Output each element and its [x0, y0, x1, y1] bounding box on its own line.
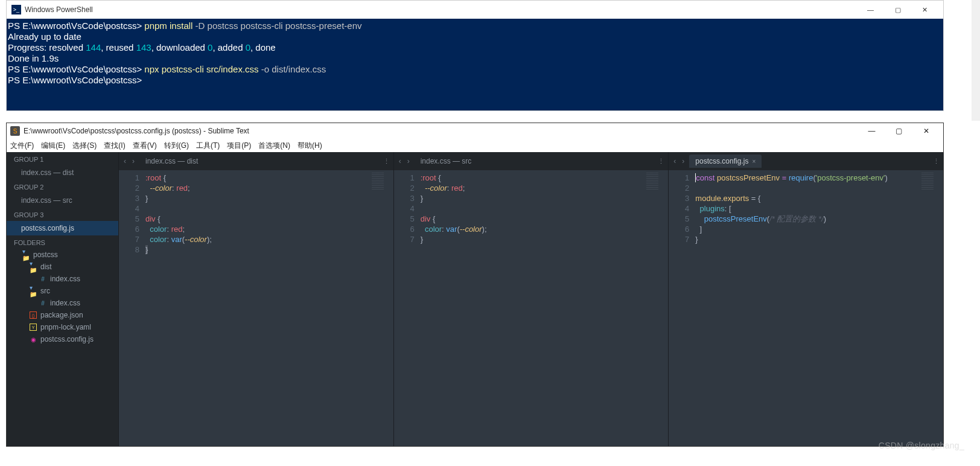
- tab-bar: ‹ › index.css — dist ⋮: [119, 152, 393, 170]
- menu-help[interactable]: 帮助(H): [298, 141, 322, 151]
- editor-pane-3: ‹ › postcss.config.js× ⋮ 1234567 const p…: [668, 152, 943, 446]
- sublime-titlebar[interactable]: S E:\wwwroot\VsCode\postcss\postcss.conf…: [7, 123, 943, 139]
- tab-more-icon[interactable]: ⋮: [933, 158, 940, 165]
- tab-more-icon[interactable]: ⋮: [658, 158, 664, 165]
- menu-project[interactable]: 项目(P): [227, 141, 251, 151]
- watermark: CSDN @slongzhang_: [879, 441, 964, 450]
- editor-pane-2: ‹ › index.css — src ⋮ 1234567 :root { --…: [393, 152, 669, 446]
- powershell-titlebar[interactable]: >_ Windows PowerShell — ▢ ✕: [7, 1, 943, 19]
- group-1-item[interactable]: index.css — dist: [7, 165, 118, 180]
- tab-index-dist[interactable]: index.css — dist: [139, 155, 204, 168]
- sublime-window: S E:\wwwroot\VsCode\postcss\postcss.conf…: [6, 123, 944, 447]
- menu-view[interactable]: 查看(V): [133, 141, 157, 151]
- minimize-button[interactable]: —: [857, 1, 884, 19]
- sidebar: GROUP 1 index.css — dist GROUP 2 index.c…: [7, 152, 118, 446]
- folder-icon: ▾📁: [30, 287, 37, 295]
- nav-back-icon[interactable]: ‹: [122, 157, 127, 165]
- file-dist-indexcss[interactable]: #index.css: [7, 273, 118, 285]
- folders-header: FOLDERS: [7, 235, 118, 249]
- group-2-header: GROUP 2: [7, 180, 118, 193]
- tab-index-src[interactable]: index.css — src: [415, 155, 478, 168]
- line-gutter: 12345678: [119, 170, 145, 446]
- file-pnpmlock[interactable]: Ypnpm-lock.yaml: [7, 321, 118, 333]
- nav-forward-icon[interactable]: ›: [681, 157, 686, 165]
- menu-prefs[interactable]: 首选项(N): [258, 141, 290, 151]
- minimap[interactable]: [644, 170, 668, 446]
- js-icon: ◉: [30, 336, 37, 343]
- yaml-icon: Y: [30, 324, 37, 331]
- minimap[interactable]: [369, 170, 393, 446]
- group-3-item[interactable]: postcss.config.js: [7, 221, 118, 235]
- tab-close-icon[interactable]: ×: [752, 158, 756, 165]
- close-button[interactable]: ✕: [911, 1, 938, 19]
- menu-select[interactable]: 选择(S): [72, 141, 97, 151]
- folder-src[interactable]: ▾📁src: [7, 285, 118, 297]
- powershell-title: Windows PowerShell: [25, 5, 93, 14]
- powershell-icon: >_: [11, 5, 21, 14]
- folder-postcss[interactable]: ▾📁postcss: [7, 249, 118, 261]
- maximize-button[interactable]: ▢: [884, 1, 911, 19]
- tab-more-icon[interactable]: ⋮: [383, 158, 390, 165]
- powershell-window: >_ Windows PowerShell — ▢ ✕ PS E:\wwwroo…: [6, 0, 944, 111]
- tab-bar: ‹ › index.css — src ⋮: [394, 152, 669, 170]
- nav-forward-icon[interactable]: ›: [131, 157, 136, 165]
- file-src-indexcss[interactable]: #index.css: [7, 297, 118, 309]
- line-gutter: 1234567: [394, 170, 421, 446]
- file-packagejson[interactable]: {}package.json: [7, 309, 118, 321]
- nav-back-icon[interactable]: ‹: [672, 157, 677, 165]
- sublime-title: E:\wwwroot\VsCode\postcss\postcss.config…: [24, 127, 249, 135]
- group-1-header: GROUP 1: [7, 152, 118, 165]
- page-scrollbar[interactable]: [972, 0, 980, 121]
- group-2-item[interactable]: index.css — src: [7, 193, 118, 208]
- group-3-header: GROUP 3: [7, 208, 118, 221]
- code-content[interactable]: :root { --color: red; } div { color: var…: [421, 170, 644, 446]
- line-gutter: 1234567: [669, 170, 695, 446]
- close-button[interactable]: ✕: [912, 123, 940, 139]
- editor-area[interactable]: 1234567 const postcssPresetEnv = require…: [669, 170, 943, 446]
- maximize-button[interactable]: ▢: [885, 123, 912, 139]
- menu-find[interactable]: 查找(I): [104, 141, 125, 151]
- code-content[interactable]: const postcssPresetEnv = require('postcs…: [695, 170, 919, 446]
- powershell-console[interactable]: PS E:\wwwroot\VsCode\postcss> pnpm insta…: [7, 19, 943, 110]
- editor-pane-1: ‹ › index.css — dist ⋮ 12345678 :root { …: [118, 152, 393, 446]
- folder-icon: ▾📁: [22, 251, 30, 258]
- json-icon: {}: [30, 311, 37, 319]
- css-icon: #: [39, 299, 46, 307]
- sublime-icon: S: [10, 126, 20, 136]
- nav-back-icon[interactable]: ‹: [398, 157, 402, 165]
- file-postcssconfig[interactable]: ◉postcss.config.js: [7, 333, 118, 345]
- code-content[interactable]: :root { --color: red; } div { color: red…: [145, 170, 369, 446]
- menu-bar: 文件(F) 编辑(E) 选择(S) 查找(I) 查看(V) 转到(G) 工具(T…: [7, 139, 943, 152]
- folder-icon: ▾📁: [30, 263, 37, 270]
- tab-postcss-config[interactable]: postcss.config.js×: [689, 155, 762, 168]
- nav-forward-icon[interactable]: ›: [406, 157, 411, 165]
- editor-area[interactable]: 12345678 :root { --color: red; } div { c…: [119, 170, 393, 446]
- menu-tools[interactable]: 工具(T): [196, 141, 220, 151]
- menu-edit[interactable]: 编辑(E): [41, 141, 65, 151]
- menu-file[interactable]: 文件(F): [10, 141, 34, 151]
- minimize-button[interactable]: —: [858, 123, 885, 139]
- css-icon: #: [39, 275, 46, 282]
- tab-bar: ‹ › postcss.config.js× ⋮: [669, 152, 943, 170]
- menu-goto[interactable]: 转到(G): [164, 141, 189, 151]
- folder-dist[interactable]: ▾📁dist: [7, 261, 118, 273]
- editor-area[interactable]: 1234567 :root { --color: red; } div { co…: [394, 170, 669, 446]
- minimap[interactable]: [919, 170, 943, 446]
